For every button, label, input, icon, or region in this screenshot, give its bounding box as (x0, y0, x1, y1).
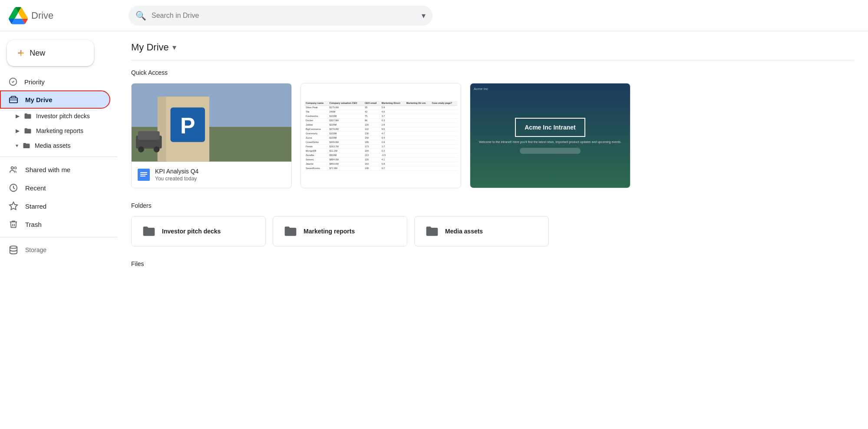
app-title: Drive (31, 10, 53, 21)
folders-section: Folders Investor pitch decks Marketing r… (131, 202, 854, 246)
quick-access-label: Quick Access (131, 69, 854, 76)
sidebar-item-trash-label: Trash (25, 221, 42, 228)
portal-thumbnail: Acme Inc Acme Inc Intranet Welcome to th… (470, 83, 630, 188)
folder-marketing-icon (284, 224, 297, 238)
svg-rect-1 (10, 98, 17, 103)
trash-icon (9, 219, 18, 229)
folder-investor-icon (142, 224, 156, 238)
folder-media-assets-icon (425, 224, 439, 238)
svg-rect-21 (140, 172, 147, 173)
svg-text:P: P (180, 113, 195, 138)
portal-title-box: Acme Inc Intranet (515, 118, 585, 137)
sidebar-item-recent[interactable]: Recent (0, 179, 110, 197)
folder-card-investor[interactable]: Investor pitch decks (131, 216, 266, 246)
search-bar[interactable]: 🔍 ▾ (129, 6, 432, 26)
content-title-row: My Drive ▾ (131, 42, 854, 60)
new-button[interactable]: + New (7, 40, 94, 66)
qa-card-kpi[interactable]: P (131, 83, 292, 188)
portal-card-info: Portal You edited today (470, 188, 630, 188)
main-layout: + New Priority My Drive ▶ Investor (0, 31, 868, 429)
sidebar-sub-item-investor-label: Investor pitch decks (36, 113, 90, 120)
folder-card-marketing[interactable]: Marketing reports (273, 216, 407, 246)
sidebar: + New Priority My Drive ▶ Investor (0, 31, 117, 429)
kpi-file-details: KPI Analysis Q4 You created today (155, 168, 198, 182)
folder-card-media[interactable]: Media assets (414, 216, 549, 246)
sidebar-item-trash[interactable]: Trash (0, 215, 110, 233)
search-dropdown-icon[interactable]: ▾ (422, 11, 426, 20)
svg-rect-10 (132, 83, 291, 126)
saas-card-info: SaaS crunchbase list You edited today (301, 188, 461, 188)
folder-marketing-name: Marketing reports (304, 228, 355, 235)
search-icon: 🔍 (135, 10, 146, 21)
folder-toggle-marketing-icon: ▶ (16, 128, 20, 134)
sidebar-item-marketing-reports[interactable]: ▶ Marketing reports (0, 123, 110, 138)
logo-area: Drive (9, 6, 122, 25)
files-label: Files (131, 260, 854, 267)
my-drive-icon (9, 95, 18, 104)
svg-rect-23 (140, 176, 145, 176)
kpi-file-name: KPI Analysis Q4 (155, 168, 198, 175)
sidebar-item-my-drive-label: My Drive (25, 96, 53, 103)
storage-icon (9, 245, 18, 255)
folder-media-icon (23, 142, 30, 150)
qa-card-saas[interactable]: Company nameCompany valuation CEOCEO ema… (300, 83, 461, 188)
kpi-card-info: KPI Analysis Q4 You created today (132, 162, 291, 188)
sidebar-item-starred[interactable]: Starred (0, 197, 110, 215)
sidebar-item-recent-label: Recent (25, 184, 46, 192)
new-plus-icon: + (17, 47, 24, 59)
svg-point-3 (11, 167, 14, 170)
shared-with-me-icon (9, 165, 18, 174)
starred-icon (9, 201, 18, 211)
recent-icon (9, 183, 18, 193)
sidebar-item-investor-pitch-decks[interactable]: ▶ Investor pitch decks (0, 109, 110, 123)
svg-point-7 (10, 246, 17, 249)
files-section: Files (131, 260, 854, 267)
page-title: My Drive (131, 42, 169, 53)
folder-media-name: Media assets (445, 228, 483, 235)
sidebar-item-priority-label: Priority (24, 78, 45, 86)
sidebar-item-shared-label: Shared with me (25, 166, 70, 173)
header: Drive 🔍 ▾ (0, 0, 868, 31)
kpi-thumbnail: P (132, 83, 291, 162)
sidebar-item-shared[interactable]: Shared with me (0, 160, 110, 179)
sidebar-item-starred-label: Starred (25, 203, 46, 210)
drive-logo-icon (9, 6, 28, 25)
sidebar-sub-item-media-label: Media assets (35, 142, 70, 149)
svg-point-19 (154, 146, 160, 153)
portal-sub-text: Welcome to the intranet! Here you'll fin… (472, 140, 628, 143)
svg-rect-17 (138, 131, 160, 140)
svg-point-4 (14, 167, 17, 169)
title-dropdown-icon[interactable]: ▾ (172, 43, 176, 52)
sidebar-item-my-drive[interactable]: My Drive (0, 90, 110, 109)
sidebar-divider-2 (0, 237, 117, 237)
main-content: My Drive ▾ Quick Access (117, 31, 868, 429)
sidebar-divider (0, 156, 117, 157)
folders-grid: Investor pitch decks Marketing reports M… (131, 216, 854, 246)
quick-access-section: Quick Access (131, 69, 854, 188)
new-button-label: New (30, 49, 45, 58)
saas-thumbnail: Company nameCompany valuation CEOCEO ema… (301, 83, 461, 188)
svg-marker-6 (10, 202, 17, 210)
kpi-file-meta: You created today (155, 176, 198, 182)
sidebar-item-media-assets[interactable]: ▾ Media assets (0, 138, 110, 153)
sidebar-sub-item-marketing-label: Marketing reports (36, 127, 83, 134)
saas-table-preview: Company nameCompany valuation CEOCEO ema… (304, 101, 457, 171)
docs-icon (138, 169, 150, 181)
folder-icon (24, 112, 32, 120)
search-input[interactable] (152, 12, 416, 20)
folder-toggle-media-icon: ▾ (16, 143, 18, 149)
sidebar-item-priority[interactable]: Priority (0, 73, 110, 90)
folders-label: Folders (131, 202, 854, 209)
sidebar-item-storage[interactable]: Storage (0, 241, 117, 259)
priority-icon (9, 77, 17, 86)
sidebar-storage-label: Storage (25, 246, 46, 253)
folder-toggle-icon: ▶ (16, 113, 20, 119)
svg-point-18 (138, 146, 144, 153)
quick-access-grid: P (131, 83, 854, 188)
portal-acme-logo: Acme Inc (474, 87, 488, 91)
svg-rect-22 (140, 174, 147, 175)
folder-marketing-icon (24, 127, 32, 135)
folder-investor-name: Investor pitch decks (162, 228, 221, 235)
qa-card-portal[interactable]: Acme Inc Acme Inc Intranet Welcome to th… (470, 83, 630, 188)
portal-title-text: Acme Inc Intranet (525, 124, 575, 131)
